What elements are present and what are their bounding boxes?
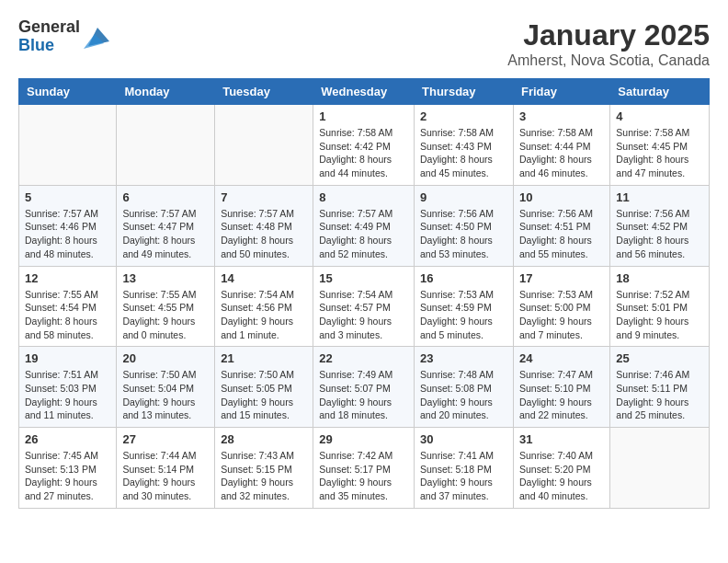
calendar-cell: 26Sunrise: 7:45 AM Sunset: 5:13 PM Dayli… bbox=[19, 428, 117, 509]
day-info: Sunrise: 7:46 AM Sunset: 5:11 PM Dayligh… bbox=[616, 368, 703, 422]
day-number: 24 bbox=[519, 351, 604, 365]
calendar-cell: 20Sunrise: 7:50 AM Sunset: 5:04 PM Dayli… bbox=[117, 347, 215, 428]
day-info: Sunrise: 7:54 AM Sunset: 4:56 PM Dayligh… bbox=[221, 288, 307, 342]
day-number: 21 bbox=[221, 351, 307, 365]
day-number: 29 bbox=[319, 432, 408, 446]
day-number: 1 bbox=[319, 109, 408, 123]
calendar-cell: 17Sunrise: 7:53 AM Sunset: 5:00 PM Dayli… bbox=[513, 266, 609, 347]
day-info: Sunrise: 7:55 AM Sunset: 4:55 PM Dayligh… bbox=[122, 288, 209, 342]
calendar-cell: 3Sunrise: 7:58 AM Sunset: 4:44 PM Daylig… bbox=[513, 105, 609, 186]
logo-icon bbox=[84, 23, 111, 51]
day-number: 16 bbox=[420, 271, 507, 285]
calendar-cell: 2Sunrise: 7:58 AM Sunset: 4:43 PM Daylig… bbox=[415, 105, 514, 186]
logo-blue: Blue bbox=[18, 37, 80, 55]
calendar-cell: 19Sunrise: 7:51 AM Sunset: 5:03 PM Dayli… bbox=[19, 347, 117, 428]
day-info: Sunrise: 7:58 AM Sunset: 4:45 PM Dayligh… bbox=[616, 126, 703, 180]
weekday-header-friday: Friday bbox=[513, 79, 609, 105]
day-number: 14 bbox=[221, 271, 307, 285]
calendar-cell: 31Sunrise: 7:40 AM Sunset: 5:20 PM Dayli… bbox=[513, 428, 609, 509]
calendar-cell: 21Sunrise: 7:50 AM Sunset: 5:05 PM Dayli… bbox=[215, 347, 313, 428]
calendar-table: SundayMondayTuesdayWednesdayThursdayFrid… bbox=[18, 78, 710, 509]
day-info: Sunrise: 7:55 AM Sunset: 4:54 PM Dayligh… bbox=[25, 288, 110, 342]
day-info: Sunrise: 7:53 AM Sunset: 5:00 PM Dayligh… bbox=[519, 288, 604, 342]
calendar-cell: 24Sunrise: 7:47 AM Sunset: 5:10 PM Dayli… bbox=[513, 347, 609, 428]
day-number: 8 bbox=[319, 190, 408, 204]
day-number: 3 bbox=[519, 109, 604, 123]
day-info: Sunrise: 7:52 AM Sunset: 5:01 PM Dayligh… bbox=[616, 288, 703, 342]
day-number: 4 bbox=[616, 109, 703, 123]
day-number: 11 bbox=[616, 190, 703, 204]
calendar-cell: 30Sunrise: 7:41 AM Sunset: 5:18 PM Dayli… bbox=[415, 428, 514, 509]
day-number: 20 bbox=[122, 351, 209, 365]
page-header: General Blue January 2025 Amherst, Nova … bbox=[18, 18, 710, 69]
weekday-header-monday: Monday bbox=[117, 79, 215, 105]
day-info: Sunrise: 7:54 AM Sunset: 4:57 PM Dayligh… bbox=[319, 288, 408, 342]
calendar-cell: 12Sunrise: 7:55 AM Sunset: 4:54 PM Dayli… bbox=[19, 266, 117, 347]
day-number: 18 bbox=[616, 271, 703, 285]
day-number: 2 bbox=[420, 109, 507, 123]
day-number: 13 bbox=[122, 271, 209, 285]
logo-general: General bbox=[18, 18, 80, 37]
calendar-cell: 28Sunrise: 7:43 AM Sunset: 5:15 PM Dayli… bbox=[215, 428, 313, 509]
day-number: 19 bbox=[25, 351, 110, 365]
day-number: 15 bbox=[319, 271, 408, 285]
day-info: Sunrise: 7:50 AM Sunset: 5:05 PM Dayligh… bbox=[221, 368, 307, 422]
day-info: Sunrise: 7:40 AM Sunset: 5:20 PM Dayligh… bbox=[519, 449, 604, 503]
title-area: January 2025 Amherst, Nova Scotia, Canad… bbox=[507, 18, 710, 69]
calendar-cell: 7Sunrise: 7:57 AM Sunset: 4:48 PM Daylig… bbox=[215, 185, 313, 266]
day-number: 12 bbox=[25, 271, 110, 285]
day-info: Sunrise: 7:57 AM Sunset: 4:49 PM Dayligh… bbox=[319, 207, 408, 261]
day-info: Sunrise: 7:45 AM Sunset: 5:13 PM Dayligh… bbox=[25, 449, 110, 503]
day-info: Sunrise: 7:49 AM Sunset: 5:07 PM Dayligh… bbox=[319, 368, 408, 422]
day-info: Sunrise: 7:43 AM Sunset: 5:15 PM Dayligh… bbox=[221, 449, 307, 503]
calendar-cell: 5Sunrise: 7:57 AM Sunset: 4:46 PM Daylig… bbox=[19, 185, 117, 266]
day-number: 9 bbox=[420, 190, 507, 204]
day-number: 23 bbox=[420, 351, 507, 365]
weekday-header-wednesday: Wednesday bbox=[313, 79, 415, 105]
calendar-cell: 27Sunrise: 7:44 AM Sunset: 5:14 PM Dayli… bbox=[117, 428, 215, 509]
calendar-cell: 22Sunrise: 7:49 AM Sunset: 5:07 PM Dayli… bbox=[313, 347, 415, 428]
day-info: Sunrise: 7:57 AM Sunset: 4:46 PM Dayligh… bbox=[25, 207, 110, 261]
weekday-header-saturday: Saturday bbox=[610, 79, 710, 105]
day-info: Sunrise: 7:56 AM Sunset: 4:52 PM Dayligh… bbox=[616, 207, 703, 261]
day-info: Sunrise: 7:56 AM Sunset: 4:50 PM Dayligh… bbox=[420, 207, 507, 261]
calendar-week-row: 19Sunrise: 7:51 AM Sunset: 5:03 PM Dayli… bbox=[19, 347, 710, 428]
day-number: 10 bbox=[519, 190, 604, 204]
calendar-cell: 23Sunrise: 7:48 AM Sunset: 5:08 PM Dayli… bbox=[415, 347, 514, 428]
calendar-week-row: 1Sunrise: 7:58 AM Sunset: 4:42 PM Daylig… bbox=[19, 105, 710, 186]
calendar-cell bbox=[610, 428, 710, 509]
calendar-cell: 4Sunrise: 7:58 AM Sunset: 4:45 PM Daylig… bbox=[610, 105, 710, 186]
day-info: Sunrise: 7:58 AM Sunset: 4:43 PM Dayligh… bbox=[420, 126, 507, 180]
calendar-cell: 10Sunrise: 7:56 AM Sunset: 4:51 PM Dayli… bbox=[513, 185, 609, 266]
day-info: Sunrise: 7:50 AM Sunset: 5:04 PM Dayligh… bbox=[122, 368, 209, 422]
calendar-cell: 15Sunrise: 7:54 AM Sunset: 4:57 PM Dayli… bbox=[313, 266, 415, 347]
calendar-cell bbox=[19, 105, 117, 186]
calendar-cell: 6Sunrise: 7:57 AM Sunset: 4:47 PM Daylig… bbox=[117, 185, 215, 266]
day-info: Sunrise: 7:41 AM Sunset: 5:18 PM Dayligh… bbox=[420, 449, 507, 503]
day-info: Sunrise: 7:47 AM Sunset: 5:10 PM Dayligh… bbox=[519, 368, 604, 422]
day-number: 6 bbox=[122, 190, 209, 204]
calendar-week-row: 5Sunrise: 7:57 AM Sunset: 4:46 PM Daylig… bbox=[19, 185, 710, 266]
day-number: 17 bbox=[519, 271, 604, 285]
calendar-title: January 2025 bbox=[507, 18, 710, 52]
day-info: Sunrise: 7:58 AM Sunset: 4:44 PM Dayligh… bbox=[519, 126, 604, 180]
day-info: Sunrise: 7:42 AM Sunset: 5:17 PM Dayligh… bbox=[319, 449, 408, 503]
day-info: Sunrise: 7:51 AM Sunset: 5:03 PM Dayligh… bbox=[25, 368, 110, 422]
calendar-cell: 25Sunrise: 7:46 AM Sunset: 5:11 PM Dayli… bbox=[610, 347, 710, 428]
day-number: 7 bbox=[221, 190, 307, 204]
day-number: 28 bbox=[221, 432, 307, 446]
day-number: 26 bbox=[25, 432, 110, 446]
day-number: 5 bbox=[25, 190, 110, 204]
day-info: Sunrise: 7:48 AM Sunset: 5:08 PM Dayligh… bbox=[420, 368, 507, 422]
logo: General Blue bbox=[18, 18, 111, 55]
day-info: Sunrise: 7:57 AM Sunset: 4:48 PM Dayligh… bbox=[221, 207, 307, 261]
calendar-cell: 16Sunrise: 7:53 AM Sunset: 4:59 PM Dayli… bbox=[415, 266, 514, 347]
calendar-subtitle: Amherst, Nova Scotia, Canada bbox=[507, 52, 710, 69]
day-number: 25 bbox=[616, 351, 703, 365]
weekday-header-tuesday: Tuesday bbox=[215, 79, 313, 105]
day-info: Sunrise: 7:53 AM Sunset: 4:59 PM Dayligh… bbox=[420, 288, 507, 342]
calendar-cell bbox=[215, 105, 313, 186]
day-info: Sunrise: 7:44 AM Sunset: 5:14 PM Dayligh… bbox=[122, 449, 209, 503]
weekday-header-thursday: Thursday bbox=[415, 79, 514, 105]
day-info: Sunrise: 7:58 AM Sunset: 4:42 PM Dayligh… bbox=[319, 126, 408, 180]
